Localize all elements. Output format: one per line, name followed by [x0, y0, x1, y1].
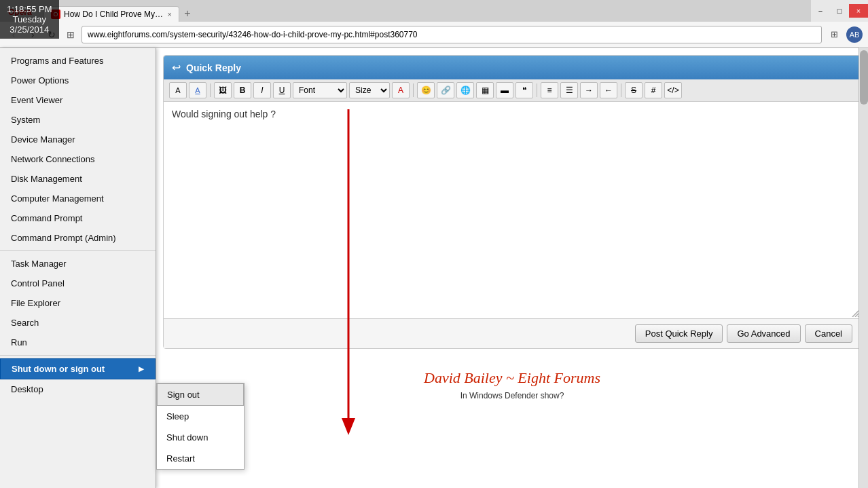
- quick-reply-title: Quick Reply: [186, 62, 241, 73]
- submenu-item-shutdown[interactable]: Shut down: [157, 427, 244, 448]
- editor-content: Would signing out help ?: [172, 109, 276, 119]
- menu-item-system[interactable]: System: [0, 110, 156, 130]
- grid-btn[interactable]: ⊞: [825, 25, 844, 44]
- toolbar-source-btn[interactable]: A: [169, 82, 187, 98]
- toolbar-italic-btn[interactable]: I: [253, 82, 271, 98]
- signature-area: David Bailey ~ Eight Forums In Windows D…: [156, 356, 868, 414]
- quick-reply-header: ↩ Quick Reply: [164, 56, 861, 79]
- toolbar-sep-1: [210, 83, 211, 97]
- toolbar-table-btn[interactable]: ▦: [476, 82, 494, 98]
- toolbar-smiley-btn[interactable]: 😊: [417, 82, 435, 98]
- menu-item-cmd-admin[interactable]: Command Prompt (Admin): [0, 228, 156, 248]
- menu-item-event[interactable]: Event Viewer: [0, 90, 156, 110]
- menu-item-shutdown[interactable]: Shut down or sign out ▶: [0, 358, 156, 379]
- win-close-btn[interactable]: ×: [849, 4, 868, 18]
- toolbar-font-select[interactable]: Font: [293, 82, 347, 98]
- menu-item-device[interactable]: Device Manager: [0, 130, 156, 149]
- toolbar-indent-btn[interactable]: →: [580, 82, 598, 98]
- toolbar-quote-btn[interactable]: ❝: [516, 82, 533, 98]
- page-area: ↩ Quick Reply A A 🖼 B I U Font Size A: [156, 48, 868, 488]
- scrollbar[interactable]: [858, 48, 868, 488]
- profile-btn[interactable]: AB: [846, 26, 863, 43]
- menu-item-search[interactable]: Search: [0, 313, 156, 333]
- new-tab-btn[interactable]: +: [179, 5, 196, 22]
- toolbar-link-btn[interactable]: 🔗: [437, 82, 454, 98]
- submenu-item-sleep[interactable]: Sleep: [157, 406, 244, 427]
- toolbar-image-btn[interactable]: 🖼: [214, 82, 232, 98]
- toolbar-ol-btn[interactable]: ☰: [560, 82, 578, 98]
- toolbar-size-select[interactable]: Size: [349, 82, 390, 98]
- menu-separator-2: [0, 355, 156, 356]
- tab-bar: Opera O How Do I Child Prove My P... × +: [0, 0, 811, 22]
- menu-item-cmd[interactable]: Command Prompt: [0, 208, 156, 228]
- menu-item-disk[interactable]: Disk Management: [0, 169, 156, 189]
- toolbar-sep-2: [413, 83, 414, 97]
- editor-resize-handle[interactable]: [850, 307, 859, 317]
- content-area: Programs and Features Power Options Even…: [0, 48, 868, 488]
- clock-time: 1:18:55 PM: [7, 4, 52, 14]
- editor-area[interactable]: Would signing out help ?: [164, 102, 861, 319]
- menu-item-control[interactable]: Control Panel: [0, 274, 156, 293]
- menu-item-network[interactable]: Network Connections: [0, 149, 156, 169]
- cancel-btn[interactable]: Cancel: [805, 324, 852, 343]
- tab-close-btn[interactable]: ×: [168, 10, 172, 18]
- toolbar-bold-btn[interactable]: B: [234, 82, 251, 98]
- browser-chrome: Opera O How Do I Child Prove My P... × +…: [0, 0, 868, 48]
- quick-reply-icon: ↩: [172, 61, 181, 74]
- clock-widget: 1:18:55 PM Tuesday 3/25/2014: [0, 0, 59, 39]
- quick-reply-panel: ↩ Quick Reply A A 🖼 B I U Font Size A: [163, 55, 861, 349]
- menu-separator-1: [0, 250, 156, 251]
- apps-btn[interactable]: ⊞: [62, 26, 79, 43]
- submenu: Sign out Sleep Shut down Restart: [156, 383, 245, 470]
- editor-toolbar: A A 🖼 B I U Font Size A 😊 🔗 🌐 ▦ ▬: [164, 79, 861, 102]
- menu-item-explorer[interactable]: File Explorer: [0, 293, 156, 313]
- tab-label: How Do I Child Prove My P...: [64, 10, 164, 19]
- go-advanced-btn[interactable]: Go Advanced: [727, 324, 800, 343]
- window-controls: − □ ×: [811, 4, 868, 18]
- signature-line2: In Windows Defender show?: [170, 391, 854, 400]
- toolbar-underline-btn[interactable]: U: [273, 82, 291, 98]
- toolbar-unlink-btn[interactable]: 🌐: [456, 82, 474, 98]
- context-menu: Programs and Features Power Options Even…: [0, 48, 156, 488]
- nav-extra-btns: ⊞ AB: [825, 25, 863, 44]
- menu-item-run[interactable]: Run: [0, 333, 156, 352]
- win-minimize-btn[interactable]: −: [811, 4, 830, 18]
- active-tab[interactable]: O How Do I Child Prove My P... ×: [43, 6, 179, 22]
- submenu-item-restart[interactable]: Restart: [157, 448, 244, 469]
- menu-item-task[interactable]: Task Manager: [0, 254, 156, 274]
- toolbar-outdent-btn[interactable]: ←: [600, 82, 617, 98]
- toolbar-strike-btn[interactable]: S: [625, 82, 643, 98]
- submenu-arrow-icon: ▶: [139, 365, 144, 373]
- toolbar-font-color-btn[interactable]: A: [189, 82, 206, 98]
- menu-item-desktop[interactable]: Desktop: [0, 379, 156, 399]
- signature-line1: David Bailey ~ Eight Forums: [170, 369, 854, 387]
- toolbar-code-btn[interactable]: </>: [664, 82, 682, 98]
- nav-bar: ‹ › ↻ ⊞ ⊞ AB: [0, 22, 868, 48]
- menu-item-computer[interactable]: Computer Management: [0, 189, 156, 208]
- toolbar-hr-btn[interactable]: ▬: [496, 82, 513, 98]
- toolbar-sep-3: [537, 83, 537, 97]
- submenu-item-signout[interactable]: Sign out: [157, 383, 244, 406]
- win-maximize-btn[interactable]: □: [830, 4, 849, 18]
- clock-day: Tuesday: [7, 14, 52, 24]
- scrollbar-thumb[interactable]: [860, 50, 868, 105]
- clock-date: 3/25/2014: [7, 24, 52, 35]
- toolbar-fontcolor-btn[interactable]: A: [392, 82, 410, 98]
- address-bar[interactable]: [82, 26, 822, 43]
- menu-item-programs[interactable]: Programs and Features: [0, 51, 156, 71]
- svg-marker-1: [342, 418, 355, 435]
- editor-footer: Post Quick Reply Go Advanced Cancel: [164, 319, 861, 348]
- post-quick-reply-btn[interactable]: Post Quick Reply: [635, 324, 723, 343]
- toolbar-hash-btn[interactable]: #: [645, 82, 662, 98]
- toolbar-ul-btn[interactable]: ≡: [541, 82, 558, 98]
- toolbar-sep-4: [621, 83, 621, 97]
- menu-item-power[interactable]: Power Options: [0, 71, 156, 90]
